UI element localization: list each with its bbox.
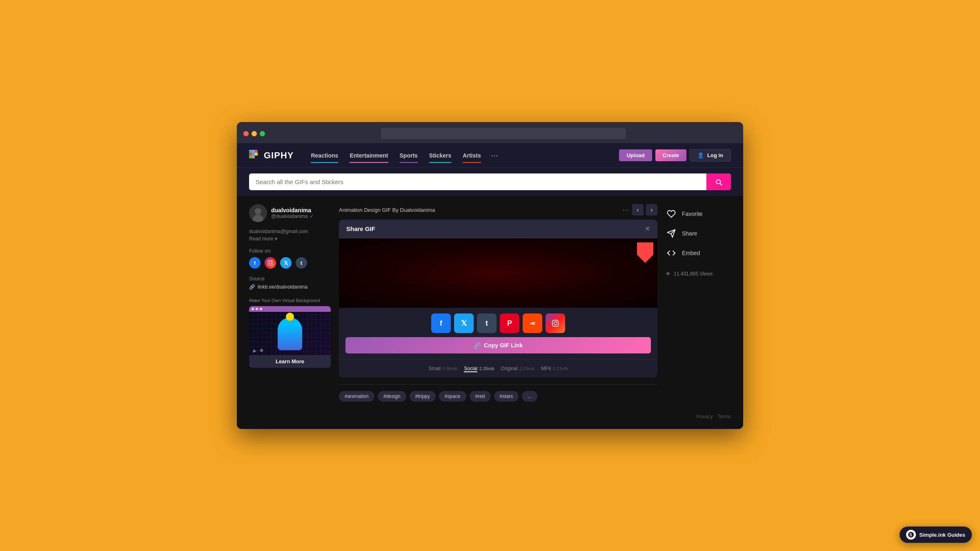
- verified-icon: ✓: [310, 213, 314, 219]
- terms-link[interactable]: Terms: [717, 414, 731, 420]
- svg-rect-6: [249, 156, 252, 158]
- twitter-icon[interactable]: 𝕏: [280, 257, 292, 269]
- facebook-icon[interactable]: f: [249, 257, 261, 269]
- minimize-button[interactable]: [252, 131, 257, 136]
- svg-point-17: [557, 321, 557, 322]
- search-input[interactable]: [249, 173, 706, 190]
- tag-stars[interactable]: #stars: [494, 391, 519, 402]
- preview-controls: 🔈 ⚙: [252, 348, 263, 353]
- share-modal: Share GIF ✕ f 𝕏 t P: [339, 220, 657, 378]
- user-profile: dualvoidanima @dualvoidanima ✓: [249, 204, 331, 222]
- virtual-bg-card: 🔈 ⚙ Learn More: [249, 306, 331, 368]
- tumblr-icon[interactable]: t: [296, 257, 307, 269]
- logo-text: GIPHY: [264, 150, 294, 161]
- gif-preview-bg: [339, 238, 657, 308]
- svg-rect-4: [252, 153, 255, 156]
- preview-character: [278, 318, 302, 350]
- maximize-button[interactable]: [260, 131, 265, 136]
- user-handle: @dualvoidanima ✓: [271, 213, 314, 219]
- read-more-button[interactable]: Read more ▾: [249, 236, 277, 242]
- tag-red[interactable]: #red: [470, 391, 491, 402]
- username: dualvoidanima: [271, 207, 314, 213]
- tag-more[interactable]: ...: [522, 391, 537, 402]
- logo[interactable]: GIPHY: [249, 150, 294, 161]
- size-mp4[interactable]: MP4 0.21mb: [541, 364, 568, 372]
- virtual-bg-section: Make Your Own Virtual Background 🔈: [249, 298, 331, 368]
- settings-icon[interactable]: ⚙: [260, 348, 263, 353]
- nav-sports[interactable]: Sports: [395, 150, 423, 161]
- nav-artists[interactable]: Artists: [458, 150, 486, 161]
- gif-options-icon[interactable]: ⋯: [622, 206, 629, 214]
- user-info: dualvoidanima @dualvoidanima ✓: [271, 207, 314, 219]
- gif-area: Animation Design GIF By Dualvoidanima ⋯ …: [339, 204, 657, 402]
- share-instagram-button[interactable]: [546, 313, 565, 333]
- tag-animation[interactable]: #animation: [339, 391, 374, 402]
- embed-action[interactable]: Embed: [666, 243, 731, 263]
- svg-point-16: [554, 322, 557, 325]
- copy-link-button[interactable]: 🔗 Copy GIF Link: [345, 337, 651, 353]
- views-count: 11,431,865 Views: [674, 271, 713, 277]
- search-button[interactable]: [706, 173, 731, 190]
- search-container: [237, 168, 743, 196]
- heart-icon: [666, 208, 677, 220]
- nav-more-icon[interactable]: ⋯: [488, 151, 501, 160]
- share-twitter-button[interactable]: 𝕏: [454, 313, 474, 333]
- footer: Privacy Terms: [237, 410, 743, 426]
- upload-button[interactable]: Upload: [619, 149, 652, 161]
- svg-rect-0: [249, 150, 252, 153]
- close-share-button[interactable]: ✕: [645, 226, 650, 232]
- simpleink-icon: S: [906, 530, 916, 540]
- instagram-icon[interactable]: [265, 257, 276, 269]
- nav-stickers[interactable]: Stickers: [424, 150, 456, 161]
- browser-chrome: [237, 122, 743, 143]
- size-options: Small 0.88mb Social 2.26mb Original 2.26…: [339, 359, 657, 378]
- create-button[interactable]: Create: [655, 149, 686, 161]
- search-icon: [715, 178, 723, 186]
- prev-button[interactable]: ‹: [632, 204, 644, 216]
- share-facebook-button[interactable]: f: [431, 313, 451, 333]
- source-label: Source: [249, 276, 331, 282]
- login-button[interactable]: 👤 Log in: [690, 149, 731, 162]
- size-social[interactable]: Social 2.26mb: [464, 364, 494, 372]
- svg-rect-2: [255, 150, 258, 153]
- social-share-row: f 𝕏 t P: [339, 308, 657, 337]
- svg-point-9: [255, 208, 261, 215]
- instagram-icon: [552, 320, 559, 327]
- preview-top-bar: [249, 306, 331, 312]
- embed-icon: [666, 247, 677, 259]
- share-reddit-button[interactable]: [523, 313, 542, 333]
- close-button[interactable]: [243, 131, 249, 136]
- size-original[interactable]: Original 2.26mb: [501, 364, 535, 372]
- source-link[interactable]: 🔗 linktr.ee/dualvoidanima: [249, 284, 331, 290]
- main-content: dualvoidanima @dualvoidanima ✓ dualvoida…: [237, 196, 743, 410]
- gif-preview-shape: [637, 242, 653, 263]
- search-bar: [249, 173, 731, 190]
- nav-reactions[interactable]: Reactions: [306, 150, 343, 161]
- privacy-link[interactable]: Privacy: [697, 414, 713, 420]
- nav-links: Reactions Entertainment Sports Stickers …: [306, 150, 619, 161]
- follow-section: Follow on: f 𝕏 t: [249, 248, 331, 269]
- simpleink-label: Simple.ink Guides: [919, 532, 965, 538]
- nav-entertainment[interactable]: Entertainment: [345, 150, 393, 161]
- share-pinterest-button[interactable]: P: [500, 313, 519, 333]
- share-action[interactable]: Share: [666, 224, 731, 243]
- gif-actions: Favorite Share: [666, 204, 731, 402]
- social-icons: f 𝕏 t: [249, 257, 331, 269]
- views-row: 👁 11,431,865 Views: [666, 271, 731, 277]
- tag-space[interactable]: #space: [439, 391, 466, 402]
- svg-rect-5: [255, 153, 258, 156]
- nav-actions: Upload Create 👤 Log in: [619, 149, 731, 162]
- tag-design[interactable]: #design: [378, 391, 406, 402]
- share-tumblr-button[interactable]: t: [477, 313, 497, 333]
- tag-trippy[interactable]: #trippy: [410, 391, 436, 402]
- learn-more-button[interactable]: Learn More: [249, 355, 331, 368]
- user-icon: 👤: [697, 152, 704, 158]
- volume-icon[interactable]: 🔈: [252, 348, 257, 353]
- share-modal-header: Share GIF ✕: [339, 220, 657, 238]
- traffic-lights: [243, 131, 265, 136]
- next-button[interactable]: ›: [646, 204, 657, 216]
- address-bar[interactable]: [381, 128, 626, 139]
- tags-row: #animation #design #trippy #space #red #…: [339, 384, 657, 402]
- size-small[interactable]: Small 0.88mb: [428, 364, 457, 372]
- favorite-action[interactable]: Favorite: [666, 204, 731, 224]
